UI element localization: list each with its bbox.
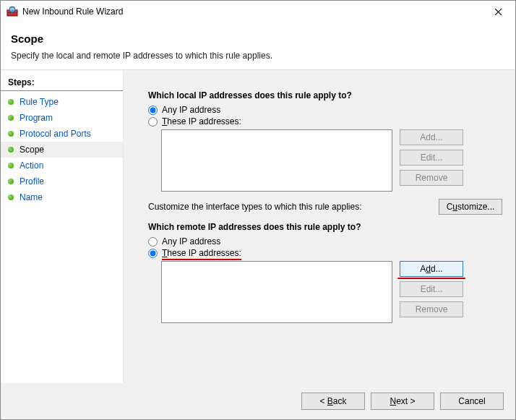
local-any-radio[interactable] bbox=[148, 106, 158, 115]
cancel-button[interactable]: Cancel bbox=[440, 393, 504, 410]
step-label: Scope bbox=[20, 145, 44, 155]
step-label: Rule Type bbox=[20, 97, 59, 107]
window-title: New Inbound Rule Wizard bbox=[22, 7, 483, 17]
step-label: Name bbox=[20, 192, 43, 202]
step-label: Program bbox=[20, 113, 53, 123]
titlebar: New Inbound Rule Wizard bbox=[1, 1, 515, 22]
remote-ip-listbox[interactable] bbox=[161, 261, 392, 323]
firewall-icon bbox=[7, 6, 18, 17]
local-add-button: Add... bbox=[400, 129, 463, 145]
step-program[interactable]: Program bbox=[1, 110, 123, 126]
steps-sidebar: Steps: Rule Type Program Protocol and Po… bbox=[1, 70, 124, 383]
remote-question: Which remote IP addresses does this rule… bbox=[148, 222, 502, 232]
local-any-radio-row[interactable]: Any IP address bbox=[148, 105, 502, 115]
header: Scope Specify the local and remote IP ad… bbox=[1, 22, 515, 70]
step-label: Profile bbox=[20, 176, 44, 187]
bullet-icon bbox=[8, 115, 14, 121]
bullet-icon bbox=[8, 99, 14, 105]
local-question: Which local IP addresses does this rule … bbox=[148, 90, 502, 100]
main-panel: Which local IP addresses does this rule … bbox=[124, 70, 515, 383]
close-button[interactable] bbox=[483, 1, 512, 22]
page-heading: Scope bbox=[11, 33, 505, 45]
local-these-radio-row[interactable]: These IP addresses: bbox=[148, 116, 502, 127]
remote-remove-button: Remove bbox=[400, 301, 463, 317]
step-label: Protocol and Ports bbox=[20, 129, 91, 139]
bullet-icon bbox=[8, 194, 14, 200]
page-description: Specify the local and remote IP addresse… bbox=[11, 51, 505, 61]
steps-label: Steps: bbox=[1, 76, 123, 91]
back-button[interactable]: < Back bbox=[301, 393, 365, 410]
step-rule-type[interactable]: Rule Type bbox=[1, 94, 123, 110]
local-edit-button: Edit... bbox=[400, 150, 463, 166]
remote-any-radio-row[interactable]: Any IP address bbox=[148, 236, 502, 247]
local-any-label: Any IP address bbox=[162, 105, 220, 115]
remote-any-label: Any IP address bbox=[162, 236, 220, 247]
bullet-icon bbox=[8, 163, 14, 168]
remote-any-radio[interactable] bbox=[148, 237, 158, 247]
step-protocol-and-ports[interactable]: Protocol and Ports bbox=[1, 126, 123, 142]
step-name[interactable]: Name bbox=[1, 189, 123, 205]
remote-these-radio[interactable] bbox=[148, 249, 158, 258]
local-these-radio[interactable] bbox=[148, 117, 158, 127]
step-profile[interactable]: Profile bbox=[1, 173, 123, 189]
bullet-icon bbox=[8, 131, 14, 137]
local-ip-listbox[interactable] bbox=[161, 129, 392, 192]
interface-text: Customize the interface types to which t… bbox=[148, 202, 361, 212]
step-scope[interactable]: Scope bbox=[1, 142, 123, 158]
local-remove-button: Remove bbox=[400, 170, 463, 186]
remote-these-label: These IP addresses: bbox=[162, 248, 241, 258]
remote-these-radio-row[interactable]: These IP addresses: bbox=[148, 248, 502, 258]
next-button[interactable]: Next > bbox=[371, 393, 434, 410]
wizard-window: New Inbound Rule Wizard Scope Specify th… bbox=[0, 0, 516, 420]
remote-add-button[interactable]: Add... bbox=[400, 261, 463, 277]
local-these-label: These IP addresses: bbox=[162, 116, 241, 127]
remote-edit-button: Edit... bbox=[400, 281, 463, 297]
customize-button[interactable]: Customize... bbox=[439, 199, 502, 215]
step-label: Action bbox=[20, 160, 43, 171]
step-action[interactable]: Action bbox=[1, 158, 123, 173]
bullet-icon bbox=[8, 179, 14, 184]
bullet-icon bbox=[8, 147, 14, 153]
footer: < Back Next > Cancel bbox=[1, 383, 515, 419]
